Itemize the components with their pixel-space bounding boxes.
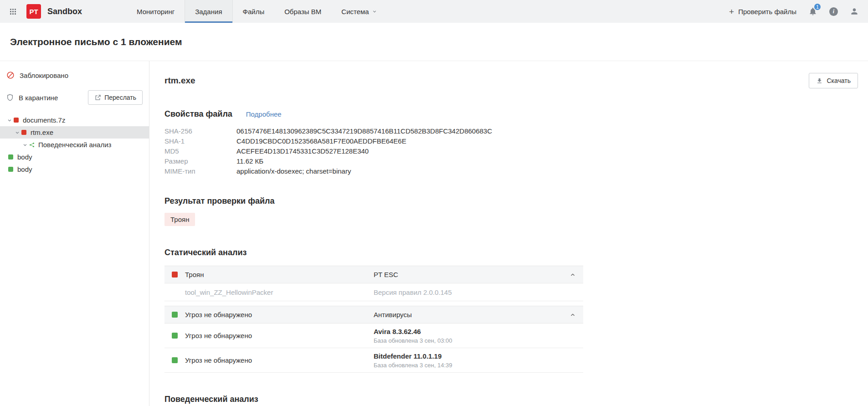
chevron-down-icon[interactable] — [13, 130, 21, 135]
property-value: C4DD19CBDC0D1523568A581F7E00AEDDFBE64E6E — [236, 136, 406, 146]
blocked-icon — [6, 71, 15, 79]
file-header: rtm.exe Скачать — [164, 73, 858, 88]
page-header: Электронное письмо с 1 вложением — [0, 23, 868, 61]
tree-item-body-2[interactable]: body — [0, 163, 149, 175]
property-label: MD5 — [164, 146, 236, 156]
property-label: SHA-256 — [164, 126, 236, 136]
property-value: 11.62 КБ — [236, 156, 263, 166]
download-icon — [816, 77, 823, 84]
row-status-label: Угроз не обнаружено — [185, 356, 252, 364]
clean-file-icon — [8, 154, 13, 159]
group-source-label: Антивирусы — [374, 311, 570, 319]
nav-system-label: Система — [341, 8, 369, 15]
check-files-label: Проверить файлы — [738, 8, 796, 15]
status-quarantine: В карантине Переслать — [0, 85, 149, 110]
nav-vm-images[interactable]: Образы ВМ — [274, 0, 331, 23]
sidebar: Заблокировано В карантине Переслать docu… — [0, 61, 149, 406]
tree-item-label: Поведенческий анализ — [38, 141, 111, 149]
clean-status-icon — [172, 333, 178, 339]
properties-table: SHA-256 06157476E148130962389C5C3347219D… — [164, 126, 858, 176]
pt-logo[interactable]: PT — [26, 4, 41, 19]
static-detail-row: tool_win_ZZ_HellowinPacker Версия правил… — [164, 283, 583, 301]
file-name: rtm.exe — [164, 76, 195, 86]
forward-label: Переслать — [104, 94, 136, 101]
nav-files[interactable]: Файлы — [233, 0, 275, 23]
property-row: MIME-тип application/x-dosexec; charset=… — [164, 166, 858, 176]
verdict-badge: Троян — [164, 213, 195, 226]
tree-item-behavioral-analysis[interactable]: Поведенческий анализ — [0, 139, 149, 151]
attachment-tree: documents.7z rtm.exe Поведенческий анали… — [0, 114, 149, 175]
plus-icon: + — [729, 7, 734, 16]
property-row: Размер 11.62 КБ — [164, 156, 858, 166]
antivirus-engine: Avira 8.3.62.46 — [374, 328, 576, 335]
topbar-right: + Проверить файлы 1 i — [729, 0, 868, 23]
main-nav: Мониторинг Задания Файлы Образы ВМ Систе… — [127, 0, 387, 23]
clean-status-icon — [172, 312, 178, 318]
info-icon[interactable]: i — [829, 7, 838, 16]
antivirus-db-updated: База обновлена 3 сен, 14:39 — [374, 362, 576, 369]
brand-name: Sandbox — [47, 7, 82, 16]
tree-item-label: body — [17, 165, 32, 173]
page-title: Электронное письмо с 1 вложением — [10, 36, 182, 47]
properties-header: Свойства файла Подробнее — [164, 109, 858, 119]
quarantine-icon — [6, 93, 14, 102]
chevron-down-icon[interactable] — [5, 118, 14, 123]
clean-status-icon — [172, 357, 178, 363]
group-source-label: PT ESC — [374, 271, 570, 278]
verdict-title: Результат проверки файла — [164, 196, 858, 206]
threat-file-icon — [14, 118, 19, 123]
row-status-label: Угроз не обнаружено — [185, 332, 252, 339]
static-analysis-table: Троян PT ESC tool_win_ZZ_HellowinPacker … — [164, 266, 583, 373]
tree-item-label: rtm.exe — [31, 128, 53, 136]
tree-item-label: body — [17, 153, 32, 161]
topbar-left: PT Sandbox — [0, 0, 82, 23]
property-row: SHA-256 06157476E148130962389C5C3347219D… — [164, 126, 858, 136]
tree-item-body-1[interactable]: body — [0, 151, 149, 163]
chevron-down-icon — [372, 9, 377, 14]
tree-item-rtm-exe[interactable]: rtm.exe — [0, 126, 149, 139]
forward-icon — [94, 94, 101, 101]
static-analysis-title: Статический анализ — [164, 248, 858, 257]
nav-monitoring[interactable]: Мониторинг — [127, 0, 185, 23]
property-label: SHA-1 — [164, 136, 236, 146]
blocked-label: Заблокировано — [20, 72, 68, 79]
clean-file-icon — [8, 167, 13, 172]
nav-system[interactable]: Система — [331, 0, 386, 23]
antivirus-engine: Bitdefender 11.0.1.19 — [374, 352, 576, 360]
property-row: MD5 ACEFEE4D13D1745331C3D527E128E340 — [164, 146, 858, 156]
user-profile-icon[interactable] — [850, 7, 859, 16]
status-blocked: Заблокировано — [0, 66, 149, 85]
threat-status-icon — [172, 272, 178, 278]
properties-title: Свойства файла — [164, 109, 232, 119]
group-status-label: Угроз не обнаружено — [185, 311, 252, 319]
check-files-button[interactable]: + Проверить файлы — [729, 7, 796, 16]
chevron-up-icon[interactable] — [570, 312, 576, 318]
download-button[interactable]: Скачать — [809, 73, 858, 88]
chevron-up-icon[interactable] — [570, 272, 576, 278]
threat-file-icon — [21, 130, 26, 135]
topbar: PT Sandbox Мониторинг Задания Файлы Обра… — [0, 0, 868, 23]
behavioral-analysis-icon — [29, 142, 35, 148]
tree-item-documents-7z[interactable]: documents.7z — [0, 114, 149, 126]
chevron-down-icon[interactable] — [21, 143, 29, 147]
group-status-label: Троян — [185, 271, 204, 278]
apps-grid-icon[interactable] — [6, 5, 19, 18]
property-value: 06157476E148130962389C5C3347219D8857416B… — [236, 126, 492, 136]
main-content: rtm.exe Скачать Свойства файла Подробнее… — [149, 61, 868, 406]
antivirus-row-bitdefender: Угроз не обнаружено Bitdefender 11.0.1.1… — [164, 348, 583, 373]
notification-badge: 1 — [813, 3, 822, 11]
antivirus-row-avira: Угроз не обнаружено Avira 8.3.62.46 База… — [164, 324, 583, 348]
quarantine-label: В карантине — [19, 94, 58, 102]
property-value: application/x-dosexec; charset=binary — [236, 166, 351, 176]
detection-detail: Версия правил 2.0.0.145 — [374, 288, 576, 296]
behavioral-analysis-title: Поведенческий анализ — [164, 395, 858, 404]
properties-more-link[interactable]: Подробнее — [246, 110, 282, 118]
nav-tasks[interactable]: Задания — [185, 0, 232, 23]
static-group-antivirus-header[interactable]: Угроз не обнаружено Антивирусы — [164, 306, 583, 324]
static-group-ptesc-header[interactable]: Троян PT ESC — [164, 266, 583, 283]
property-value: ACEFEE4D13D1745331C3D527E128E340 — [236, 146, 369, 156]
notifications-bell-icon[interactable]: 1 — [808, 7, 817, 16]
forward-button[interactable]: Переслать — [88, 90, 143, 105]
download-label: Скачать — [827, 77, 851, 84]
tree-item-label: documents.7z — [23, 116, 65, 124]
